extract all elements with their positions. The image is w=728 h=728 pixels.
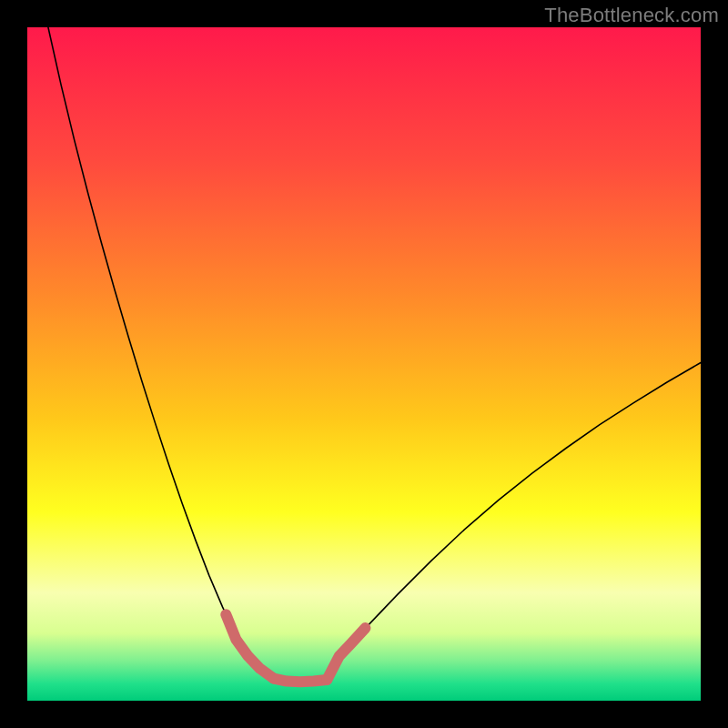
series-highlight-bottom xyxy=(274,679,327,682)
gradient-background xyxy=(27,27,701,701)
chart-svg xyxy=(27,27,701,701)
plot-area xyxy=(27,27,701,701)
watermark-text: TheBottleneck.com xyxy=(544,4,719,27)
chart-frame: TheBottleneck.com xyxy=(0,0,728,728)
